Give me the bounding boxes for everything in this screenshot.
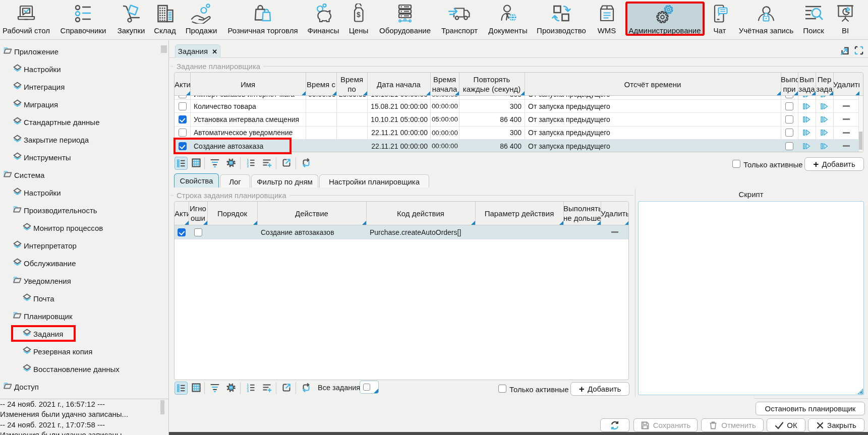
svg-text:3: 3 — [247, 164, 249, 168]
svg-text:3: 3 — [247, 389, 249, 393]
svg-text:$: $ — [357, 11, 361, 19]
